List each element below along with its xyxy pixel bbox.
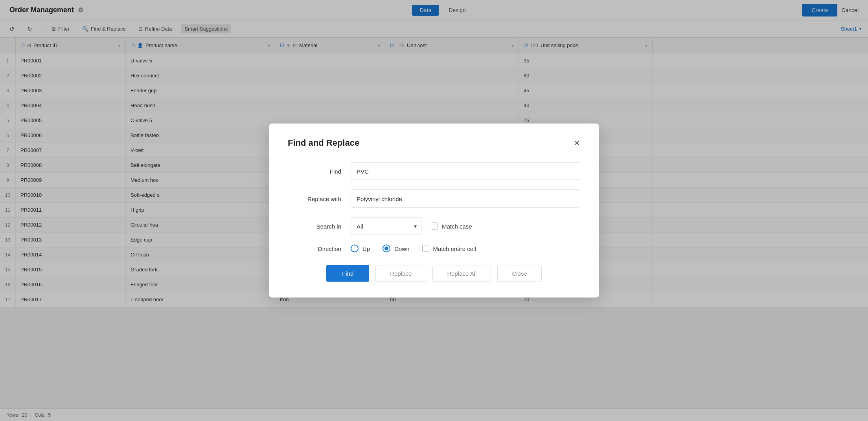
match-case-label: Match case <box>442 223 472 229</box>
direction-down-radio[interactable] <box>383 245 390 253</box>
dialog-title: Find and Replace <box>288 138 359 148</box>
direction-controls: Up Down Match entire cell <box>351 245 580 253</box>
match-case-checkbox[interactable] <box>431 223 438 230</box>
match-entire-cell-checkbox-label[interactable]: Match entire cell <box>422 245 476 252</box>
replace-input[interactable] <box>351 190 580 208</box>
search-in-label: Search in <box>288 223 351 229</box>
replace-all-button[interactable]: Replace All <box>432 265 491 282</box>
direction-label: Direction <box>288 245 351 252</box>
find-replace-dialog: Find and Replace ✕ Find Replace with Sea… <box>269 124 599 298</box>
search-in-select-wrapper: All Selected columns Current column <box>351 217 421 235</box>
direction-down-text: Down <box>394 245 409 252</box>
direction-down-label[interactable]: Down <box>383 245 409 253</box>
find-input[interactable] <box>351 162 580 180</box>
dialog-header: Find and Replace ✕ <box>288 138 580 148</box>
match-entire-cell-label: Match entire cell <box>433 245 476 252</box>
search-in-select[interactable]: All Selected columns Current column <box>351 217 421 235</box>
match-case-checkbox-label[interactable]: Match case <box>431 223 472 230</box>
find-row: Find <box>288 162 580 180</box>
direction-up-radio[interactable] <box>351 245 359 253</box>
close-button[interactable]: Close <box>497 265 541 282</box>
dialog-buttons: Find Replace Replace All Close <box>288 265 580 282</box>
direction-up-text: Up <box>362 245 370 252</box>
search-controls: All Selected columns Current column Matc… <box>351 217 580 235</box>
search-in-row: Search in All Selected columns Current c… <box>288 217 580 235</box>
direction-row: Direction Up Down Match entire cell <box>288 245 580 253</box>
direction-up-label[interactable]: Up <box>351 245 370 253</box>
match-entire-cell-checkbox[interactable] <box>422 245 429 252</box>
replace-row: Replace with <box>288 190 580 208</box>
find-label: Find <box>288 168 351 174</box>
replace-button[interactable]: Replace <box>375 265 426 282</box>
find-button[interactable]: Find <box>326 265 369 282</box>
dialog-close-button[interactable]: ✕ <box>574 139 580 147</box>
replace-label: Replace with <box>288 195 351 202</box>
